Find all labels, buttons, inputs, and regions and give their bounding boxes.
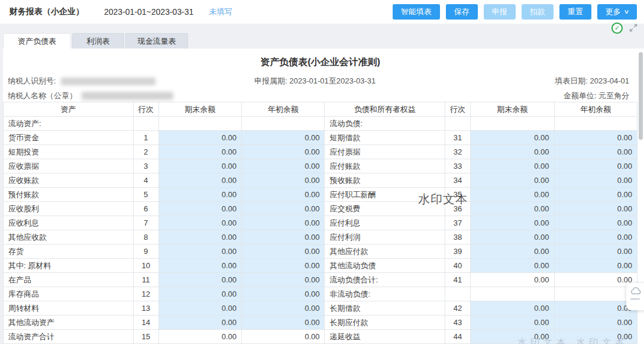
line-number: 36: [445, 202, 471, 216]
amount-cell[interactable]: 0.00: [158, 131, 241, 145]
amount-cell[interactable]: 0.00: [158, 230, 241, 245]
amount-cell[interactable]: 0.00: [242, 173, 325, 188]
balance-sheet-table: 资产行次期末余额年初余额负债和所有者权益行次期末余额年初余额 流动资产:流动负债…: [3, 102, 637, 344]
amount-cell[interactable]: 0.00: [242, 245, 325, 259]
line-number: 44: [445, 330, 471, 344]
account-label: 货币资金: [4, 131, 134, 145]
amount-cell[interactable]: 0.00: [242, 287, 325, 301]
line-number: 9: [133, 245, 158, 259]
amount-cell[interactable]: 0.00: [471, 145, 555, 159]
amount-cell[interactable]: 0.00: [242, 216, 325, 230]
account-label: 流动负债:: [325, 117, 445, 131]
account-label: 短期借款: [325, 131, 445, 145]
amount-cell[interactable]: 0.00: [158, 202, 241, 216]
amount-cell[interactable]: 0.00: [471, 202, 555, 216]
amount-cell[interactable]: 0.00: [554, 188, 637, 202]
amount-cell[interactable]: 0.00: [554, 316, 637, 330]
amount-cell[interactable]: 0.00: [158, 245, 241, 259]
status-badge: 未填写: [209, 7, 232, 17]
amount-cell[interactable]: 0.00: [554, 259, 637, 273]
cloud-icon: [630, 287, 641, 295]
amount-cell[interactable]: 0.00: [554, 245, 637, 259]
reset-button[interactable]: 重置: [559, 4, 591, 20]
line-number: 2: [133, 145, 158, 159]
amount-cell[interactable]: 0.00: [242, 159, 325, 173]
amount-cell[interactable]: 0.00: [242, 316, 325, 330]
column-header: 期末余额: [158, 102, 241, 117]
amount-cell[interactable]: 0.00: [471, 245, 555, 259]
amount-cell[interactable]: 0.00: [554, 330, 637, 344]
amount-cell[interactable]: 0.00: [471, 330, 555, 344]
amount-cell[interactable]: 0.00: [242, 230, 325, 245]
account-label: 其他应收款: [4, 230, 134, 245]
amount-cell[interactable]: 0.00: [242, 301, 325, 316]
amount-cell[interactable]: 0.00: [242, 259, 325, 273]
column-header: 资产: [4, 102, 134, 117]
smart-fill-button[interactable]: 智能填表: [393, 4, 440, 20]
amount-cell[interactable]: 0.00: [554, 173, 637, 188]
line-number: 39: [445, 245, 471, 259]
fill-date-text: 填表日期: 2023-04-01: [555, 76, 629, 86]
amount-cell[interactable]: 0.00: [242, 145, 325, 159]
scrollbar-thumb[interactable]: [639, 52, 643, 140]
amount-cell[interactable]: 0.00: [471, 259, 555, 273]
account-label: 其中: 原材料: [4, 259, 134, 273]
amount-cell[interactable]: 0.00: [554, 202, 637, 216]
line-number: 13: [133, 301, 158, 316]
amount-cell[interactable]: 0.00: [471, 188, 555, 202]
amount-cell[interactable]: 0.00: [158, 159, 241, 173]
account-label: 在产品: [4, 273, 134, 287]
amount-cell[interactable]: 0.00: [158, 173, 241, 188]
amount-cell[interactable]: 0.00: [158, 316, 241, 330]
amount-cell: 0.00: [242, 330, 325, 344]
amount-cell[interactable]: 0.00: [554, 145, 637, 159]
amount-cell[interactable]: 0.00: [471, 301, 555, 316]
amount-cell[interactable]: 0.00: [471, 131, 555, 145]
amount-cell[interactable]: 0.00: [554, 159, 637, 173]
amount-cell[interactable]: 0.00: [554, 131, 637, 145]
amount-cell[interactable]: 0.00: [471, 159, 555, 173]
amount-cell[interactable]: 0.00: [242, 273, 325, 287]
amount-cell[interactable]: 0.00: [471, 216, 555, 230]
table-row: 应收利息70.000.00应付利息370.000.00: [4, 216, 637, 230]
amount-cell[interactable]: 0.00: [554, 230, 637, 245]
amount-cell[interactable]: 0.00: [158, 287, 241, 301]
amount-cell[interactable]: 0.00: [158, 273, 241, 287]
cloud-service-float-button[interactable]: [626, 283, 644, 310]
account-label: 其他流动资产: [4, 316, 134, 330]
line-number: 37: [445, 216, 471, 230]
amount-cell[interactable]: 0.00: [242, 202, 325, 216]
line-number: 8: [133, 230, 158, 245]
line-number: 10: [133, 259, 158, 273]
line-number: [445, 117, 471, 131]
declare-button[interactable]: 申报: [484, 4, 516, 20]
more-button-label: 更多: [606, 7, 621, 17]
account-label: 长期借款: [325, 301, 445, 316]
amount-cell[interactable]: 0.00: [158, 259, 241, 273]
save-button[interactable]: 保存: [446, 4, 478, 20]
amount-cell[interactable]: 0.00: [471, 316, 555, 330]
tab-balance-sheet[interactable]: 资产负债表: [3, 33, 71, 49]
amount-cell[interactable]: 0.00: [242, 131, 325, 145]
amount-cell[interactable]: 0.00: [158, 188, 241, 202]
deduct-button[interactable]: 扣款: [522, 4, 554, 20]
line-number: [133, 117, 158, 131]
amount-cell[interactable]: 0.00: [158, 216, 241, 230]
account-label: 应付职工薪酬: [325, 188, 445, 202]
amount-cell[interactable]: 0.00: [471, 230, 555, 245]
amount-cell: [158, 117, 241, 131]
amount-cell[interactable]: 0.00: [471, 173, 555, 188]
balance-sheet-body: 流动资产:流动负债:货币资金10.000.00短期借款310.000.00短期投…: [4, 117, 637, 344]
drag-handle-icon: [630, 298, 640, 300]
amount-cell[interactable]: 0.00: [158, 301, 241, 316]
amount-cell[interactable]: 0.00: [554, 301, 637, 316]
column-header: 负债和所有者权益: [325, 102, 445, 117]
amount-cell[interactable]: 0.00: [242, 188, 325, 202]
amount-cell[interactable]: 0.00: [158, 145, 241, 159]
more-button[interactable]: 更多 ∨: [597, 4, 637, 20]
line-number: 5: [133, 188, 158, 202]
amount-cell[interactable]: 0.00: [554, 216, 637, 230]
fullscreen-expand-icon[interactable]: [629, 23, 638, 33]
tab-income-statement[interactable]: 利润表: [72, 33, 124, 49]
tab-cash-flow[interactable]: 现金流量表: [125, 33, 188, 49]
